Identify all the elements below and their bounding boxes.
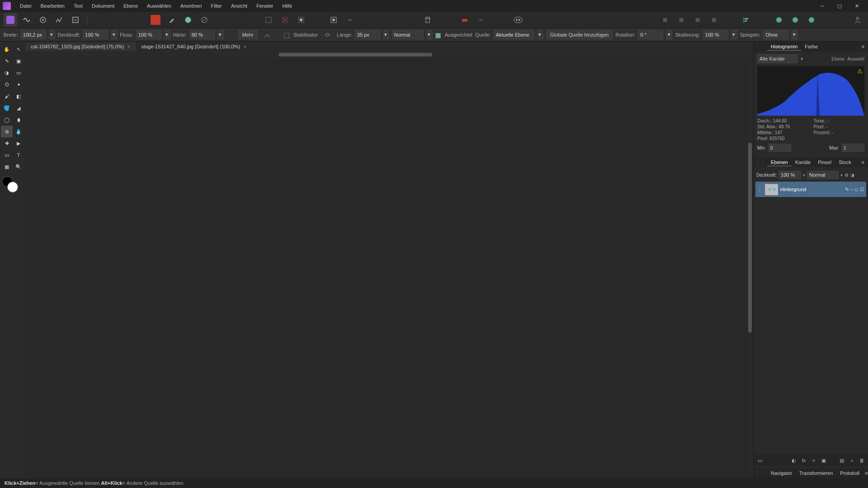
tone-mapping-persona-icon[interactable] bbox=[52, 13, 66, 27]
freehand-selection-tool-icon[interactable]: ʘ bbox=[1, 79, 13, 90]
color-wheel-icon[interactable] bbox=[181, 13, 195, 27]
dropdown-icon[interactable] bbox=[343, 13, 357, 27]
clone-tool-icon[interactable]: ⊕ bbox=[1, 126, 13, 137]
mirror-select[interactable] bbox=[763, 30, 788, 39]
source-select[interactable] bbox=[494, 30, 534, 39]
quick-mask-icon[interactable] bbox=[327, 13, 340, 27]
tab-histogramm[interactable]: Histogramm bbox=[767, 43, 801, 51]
delete-layer-icon[interactable]: 🗑 bbox=[858, 457, 865, 464]
no-selection-icon[interactable] bbox=[198, 13, 211, 27]
aligned-checkbox[interactable] bbox=[435, 33, 441, 38]
dodge-tool-icon[interactable]: ◯ bbox=[1, 114, 13, 126]
chevron-down-icon[interactable]: ▾ bbox=[383, 30, 389, 39]
arrange-group-icon[interactable]: ▦ bbox=[658, 13, 672, 27]
adjustment-icon[interactable]: ◐ bbox=[790, 457, 797, 464]
vertical-scrollbar[interactable] bbox=[747, 61, 753, 472]
align-left-icon[interactable] bbox=[740, 13, 753, 27]
background-color[interactable] bbox=[7, 182, 18, 192]
chevron-down-icon[interactable]: ▾ bbox=[731, 30, 737, 39]
chevron-down-icon[interactable]: ▾ bbox=[426, 30, 433, 39]
document-tab-1[interactable]: cat-1045782_1920.jpg [Geändert] (75,0%)× bbox=[25, 42, 136, 51]
crop-doc-icon[interactable] bbox=[421, 13, 434, 27]
auswahl-button[interactable]: Auswahl bbox=[847, 56, 864, 61]
pen-tool-icon[interactable]: ▶ bbox=[13, 137, 24, 149]
layer-opacity-input[interactable] bbox=[778, 171, 801, 179]
link-icon[interactable]: ◇ bbox=[854, 187, 858, 192]
color-picker-tool-icon[interactable]: ✎ bbox=[1, 55, 13, 67]
assistant-icon[interactable] bbox=[511, 13, 525, 27]
tab-protokoll[interactable]: Protokoll bbox=[836, 469, 863, 477]
channel-select[interactable] bbox=[757, 54, 798, 63]
hand-tool-icon[interactable]: ✋ bbox=[1, 43, 13, 55]
mesh-tool-icon[interactable]: ▦ bbox=[1, 161, 13, 173]
pressure-icon[interactable] bbox=[260, 28, 274, 42]
menu-ebene[interactable]: Ebene bbox=[119, 2, 142, 10]
add-global-source-button[interactable]: Globale Quelle hinzufügen bbox=[546, 30, 613, 39]
horizontal-scrollbar[interactable] bbox=[25, 52, 753, 58]
scale-input[interactable] bbox=[703, 30, 728, 39]
menu-ansicht[interactable]: Ansicht bbox=[226, 2, 252, 10]
menu-hilfe[interactable]: Hilfe bbox=[278, 2, 297, 10]
layer-thumbnail[interactable] bbox=[765, 184, 778, 195]
photo-persona-icon[interactable] bbox=[4, 13, 17, 27]
selection-all-icon[interactable] bbox=[294, 13, 308, 27]
lock-icon[interactable]: ▫ bbox=[851, 187, 853, 192]
tab-transformieren[interactable]: Transformieren bbox=[796, 469, 836, 477]
tab-navigator[interactable]: Navigator bbox=[767, 469, 796, 477]
chevron-down-icon[interactable]: ▾ bbox=[111, 30, 117, 39]
menu-anordnen[interactable]: Anordnen bbox=[176, 2, 207, 10]
chevron-down-icon[interactable]: ▾ bbox=[791, 30, 797, 39]
flood-select-tool-icon[interactable]: ✦ bbox=[13, 79, 24, 90]
develop-persona-icon[interactable] bbox=[36, 13, 50, 27]
menu-dokument[interactable]: Dokument bbox=[87, 2, 119, 10]
stock-icon[interactable] bbox=[788, 13, 802, 27]
min-input[interactable] bbox=[769, 144, 791, 152]
chevron-down-icon[interactable]: ▾ bbox=[801, 56, 803, 62]
auto-color-icon[interactable] bbox=[458, 13, 472, 27]
hardness-input[interactable] bbox=[189, 30, 215, 39]
max-input[interactable] bbox=[842, 144, 864, 152]
fx-icon[interactable]: fx bbox=[800, 457, 807, 464]
edit-icon[interactable]: ✎ bbox=[845, 187, 849, 192]
live-filter-icon[interactable]: ⌗ bbox=[810, 457, 817, 464]
ebene-button[interactable]: Ebene bbox=[831, 56, 844, 61]
text-tool-icon[interactable]: T bbox=[13, 149, 24, 161]
blur-tool-icon[interactable]: 💧 bbox=[13, 126, 24, 137]
tab-kanaele[interactable]: Kanäle bbox=[792, 159, 814, 166]
fill-tool-icon[interactable]: 🪣 bbox=[1, 102, 13, 114]
menu-filter[interactable]: Filter bbox=[207, 2, 226, 10]
chevron-down-icon[interactable]: ▾ bbox=[164, 30, 170, 39]
rotation-input[interactable] bbox=[638, 30, 663, 39]
flow-input[interactable] bbox=[136, 30, 161, 39]
eyedropper-icon[interactable] bbox=[165, 13, 179, 27]
chevron-down-icon[interactable]: ▾ bbox=[803, 173, 805, 178]
chevron-down-icon[interactable]: ▾ bbox=[217, 30, 224, 39]
zoom-tool-icon[interactable]: 🔍 bbox=[13, 161, 24, 173]
grip-icon[interactable]: ⋮⋮ bbox=[755, 44, 765, 50]
mask-layer-icon[interactable]: ▣ bbox=[820, 457, 827, 464]
gear-icon[interactable]: ⚙ bbox=[844, 173, 849, 178]
shape-tool-icon[interactable]: ▭ bbox=[1, 149, 13, 161]
visibility-checkbox[interactable]: ☑ bbox=[860, 187, 864, 192]
tab-pinsel[interactable]: Pinsel bbox=[814, 159, 835, 166]
close-icon[interactable]: × bbox=[244, 44, 246, 49]
gradient-tool-icon[interactable]: ◢ bbox=[13, 102, 24, 114]
tab-ebenen[interactable]: Ebenen bbox=[767, 159, 792, 166]
layer-row[interactable]: ⋮ Hintergrund ✎ ▫ ◇ ☑ bbox=[755, 182, 866, 197]
healing-tool-icon[interactable]: ✚ bbox=[1, 137, 13, 149]
rope-icon[interactable] bbox=[321, 28, 334, 42]
swatch-red-icon[interactable] bbox=[149, 13, 162, 27]
liquify-persona-icon[interactable] bbox=[20, 13, 33, 27]
close-icon[interactable]: × bbox=[127, 44, 130, 49]
selection-dashed-icon[interactable] bbox=[262, 13, 275, 27]
arrange-group-icon[interactable]: ▦ bbox=[691, 13, 704, 27]
crop-tool-icon[interactable]: ▣ bbox=[13, 55, 24, 67]
panel-menu-icon[interactable]: ≡ bbox=[860, 160, 866, 165]
arrange-group-icon[interactable]: ▦ bbox=[707, 13, 721, 27]
width-input[interactable] bbox=[21, 30, 46, 39]
account-icon[interactable] bbox=[851, 13, 864, 27]
tab-stock[interactable]: Stock bbox=[835, 159, 855, 166]
marquee-tool-icon[interactable]: ▭ bbox=[13, 67, 24, 79]
tab-farbe[interactable]: Farbe bbox=[801, 43, 821, 50]
chevron-down-icon[interactable]: ▾ bbox=[49, 30, 55, 39]
